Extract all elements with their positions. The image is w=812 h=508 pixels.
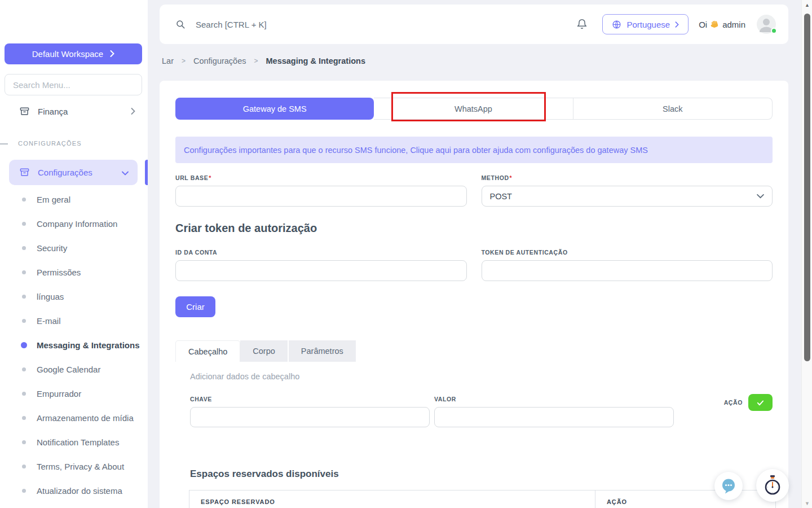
sidebar-item-security[interactable]: Security [0, 236, 148, 260]
request-tabs: Cabeçalho Corpo Parâmetros [175, 340, 357, 362]
tab-header[interactable]: Cabeçalho [175, 340, 240, 362]
chat-support-button[interactable] [714, 472, 743, 500]
scrollbar-thumb[interactable] [804, 14, 810, 361]
sidebar-item-terms-privacy-about[interactable]: Terms, Privacy & About [0, 454, 148, 479]
method-selected-value: POST [490, 192, 512, 201]
bullet-icon [22, 270, 26, 274]
breadcrumb-current: Messaging & Integrations [266, 56, 365, 65]
sidebar-item-company-information[interactable]: Company Information [0, 212, 148, 236]
workspace-label: Default Workspace [32, 49, 103, 59]
sidebar-item-label: Finança [38, 107, 68, 116]
chevron-down-icon [122, 168, 129, 177]
bullet-icon [22, 367, 26, 371]
required-asterisk: * [209, 174, 211, 181]
tab-whatsapp[interactable]: WhatsApp [374, 98, 573, 120]
integration-tabs: Gateway de SMS WhatsApp Slack [175, 98, 773, 120]
info-banner: Configurações importantes para que o rec… [175, 137, 773, 163]
top-bar: Portuguese Oi admin [160, 5, 788, 44]
check-icon [756, 398, 765, 407]
menu-search-input[interactable] [5, 74, 142, 95]
tab-body[interactable]: Corpo [240, 340, 289, 362]
sidebar-item-messaging-integrations[interactable]: Messaging & Integrations [0, 333, 148, 357]
chevron-down-icon [757, 194, 764, 199]
account-id-label: ID DA CONTA [175, 249, 467, 256]
timer-button[interactable] [756, 469, 789, 502]
waving-hand-icon [710, 20, 720, 29]
globe-icon [612, 20, 621, 29]
auth-token-input[interactable] [482, 260, 773, 281]
breadcrumb-home[interactable]: Lar [162, 56, 174, 65]
language-selector-button[interactable]: Portuguese [602, 14, 689, 34]
sidebar-item-notification-templates[interactable]: Notification Templates [0, 430, 148, 454]
scrollbar-down-arrow[interactable]: ▼ [802, 501, 812, 506]
placeholders-heading: Espaços reservados disponíveis [190, 468, 339, 480]
key-label: CHAVE [190, 396, 430, 402]
value-field-group: VALOR [434, 396, 674, 427]
stopwatch-icon [764, 475, 782, 496]
breadcrumb-separator: > [182, 57, 186, 65]
browser-scrollbar: ▲ ▼ [801, 0, 812, 508]
sidebar-item-finance[interactable]: Finança [0, 100, 148, 122]
bell-icon [576, 18, 588, 30]
sidebar-item-email[interactable]: E-mail [0, 309, 148, 333]
active-indicator-bar [145, 160, 148, 185]
sidebar: Default Workspace Finança CONFIGURAÇÕES … [0, 0, 148, 508]
sidebar-item-system-updater[interactable]: Atualizador do sistema [0, 479, 148, 503]
scrollbar-up-arrow[interactable]: ▲ [802, 2, 812, 8]
notifications-button[interactable] [576, 18, 588, 30]
sidebar-item-languages[interactable]: línguas [0, 284, 148, 309]
chevron-right-icon [110, 49, 114, 59]
auth-token-field-group: TOKEN DE AUTENTICAÇÃO [482, 249, 773, 281]
value-label: VALOR [434, 396, 674, 402]
column-header-placeholder: ESPAÇO RESERVADO [189, 491, 595, 508]
method-select[interactable]: POST [482, 186, 773, 207]
bullet-icon [22, 465, 26, 468]
sidebar-item-general[interactable]: Em geral [0, 187, 148, 212]
bullet-icon [22, 392, 26, 396]
chat-bubble-icon [720, 478, 737, 494]
sidebar-section-label: CONFIGURAÇÕES [18, 140, 82, 147]
archive-box-icon [19, 106, 30, 117]
bullet-icon [22, 295, 26, 299]
tab-slack[interactable]: Slack [573, 98, 773, 120]
bullet-icon [22, 440, 26, 444]
tab-gateway-sms[interactable]: Gateway de SMS [175, 98, 374, 120]
value-input[interactable] [434, 407, 674, 427]
user-greeting: Oi admin [699, 20, 745, 29]
settings-subnav: Em geral Company Information Security Pe… [0, 187, 148, 503]
username: admin [722, 20, 745, 29]
bullet-icon [22, 222, 26, 226]
tab-parameters[interactable]: Parâmetros [289, 340, 357, 362]
workspace-switcher-button[interactable]: Default Workspace [5, 43, 142, 64]
column-header-action: AÇÃO [595, 491, 776, 508]
bullet-icon [22, 198, 26, 202]
key-input[interactable] [190, 407, 430, 427]
language-label: Portuguese [626, 20, 670, 29]
sidebar-item-label: Configurações [38, 168, 92, 177]
header-data-hint: Adicionar dados de cabeçalho [190, 372, 773, 381]
key-field-group: CHAVE [190, 396, 430, 427]
account-id-input[interactable] [175, 260, 467, 281]
sidebar-item-pusher[interactable]: Empurrador [0, 382, 148, 406]
section-divider [0, 143, 8, 144]
action-label: AÇÃO [724, 399, 743, 406]
sidebar-item-settings[interactable]: Configurações [9, 160, 138, 185]
avatar[interactable] [757, 15, 776, 34]
breadcrumb-settings[interactable]: Configurações [193, 56, 246, 65]
bullet-icon [22, 416, 26, 420]
confirm-header-button[interactable] [748, 394, 773, 411]
online-status-dot [771, 28, 777, 34]
search-input[interactable] [196, 20, 433, 29]
sidebar-item-permissions[interactable]: Permissões [0, 260, 148, 284]
placeholders-table: ESPAÇO RESERVADO AÇÃO [189, 490, 776, 508]
bullet-icon [22, 489, 26, 493]
method-label: METHOD* [482, 174, 773, 181]
create-button[interactable]: Criar [175, 296, 215, 317]
global-search[interactable] [175, 19, 576, 29]
auth-token-label: TOKEN DE AUTENTICAÇÃO [482, 249, 773, 256]
url-base-input[interactable] [175, 186, 467, 207]
token-section-heading: Criar token de autorização [175, 222, 317, 235]
method-field-group: METHOD* POST [482, 174, 773, 207]
sidebar-item-google-calendar[interactable]: Google Calendar [0, 357, 148, 382]
sidebar-item-media-storage[interactable]: Armazenamento de mídia [0, 406, 148, 430]
